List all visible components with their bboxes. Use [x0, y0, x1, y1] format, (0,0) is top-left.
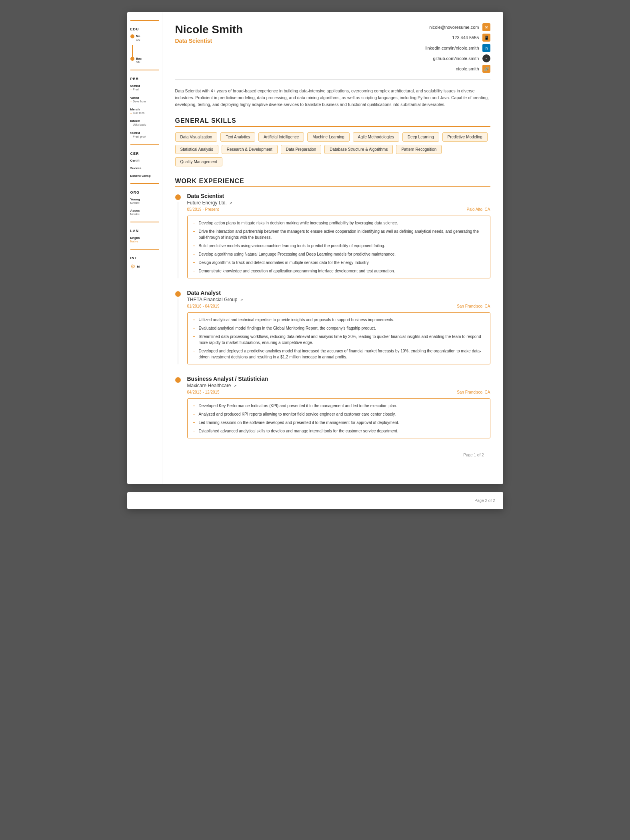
sidebar-edu-degree-1: Ma — [136, 34, 140, 38]
sidebar-per-item-4: Inform –Utiliz basic — [130, 119, 159, 127]
job-bullet: Develop action plans to mitigate risks i… — [193, 220, 484, 226]
skill-tag: Text Analytics — [220, 132, 255, 142]
job-entry-1: Data Scientist Future Energy Ltd. ↗ 05/2… — [175, 193, 490, 278]
skill-tag: Deep Learning — [402, 132, 439, 142]
skill-tag: Research & Development — [222, 145, 278, 154]
skill-tag: Artificial Intelligence — [258, 132, 304, 142]
skill-tag: Predictive Modeling — [442, 132, 488, 142]
job-title-3: Business Analyst / Statistician — [187, 376, 490, 382]
job-bullet: Design algorithms to track and detect an… — [193, 260, 484, 266]
job-bullet: Develop algorithms using Natural Languag… — [193, 251, 484, 257]
gear-icon: ⚙ — [130, 263, 136, 270]
job-dot-col-3 — [175, 376, 181, 438]
job-title-1: Data Scientist — [187, 193, 490, 199]
sidebar-edu-school-2: SAI — [136, 60, 142, 64]
sidebar-per-title: PER — [130, 77, 159, 81]
job-dates-1: 05/2019 - Present — [187, 207, 219, 212]
sidebar-per-item-2: Varist –Deve from — [130, 96, 159, 104]
linkedin-icon: in — [482, 44, 490, 52]
job-dot-2 — [175, 291, 181, 297]
skill-tag: Statistical Analysis — [175, 145, 218, 154]
job-meta-2: 01/2016 - 04/2019 San Francisco, CA — [187, 304, 490, 308]
sidebar-per-item-5: Statist –Predi provi — [130, 131, 159, 139]
header-left: Nicole Smith Data Scientist — [175, 23, 243, 44]
sidebar-edu-school-1: SAI — [136, 38, 140, 42]
job-timeline-line-2 — [178, 298, 178, 364]
main-content: Nicole Smith Data Scientist nicole@novor… — [162, 12, 503, 484]
job-content-3: Business Analyst / Statistician Maxicare… — [187, 376, 490, 438]
job-bullet: Streamlined data processing workflows, r… — [193, 334, 484, 346]
job-dot-col — [175, 193, 181, 278]
sidebar-cer-title: CER — [130, 152, 159, 156]
skill-tag: Machine Learning — [307, 132, 350, 142]
summary-text: Data Scientist with 4+ years of broad-ba… — [175, 88, 490, 108]
job-bullet: Established advanced analytical skills t… — [193, 428, 484, 434]
job-bullets-2: Utilized analytical and technical expert… — [187, 312, 490, 364]
page-number-1: Page 1 of 2 — [175, 450, 490, 460]
phone-text: 123 444 5555 — [452, 35, 479, 40]
skill-tag: Quality Management — [175, 157, 222, 166]
page-number-2: Page 2 of 2 — [474, 498, 495, 503]
job-content-1: Data Scientist Future Energy Ltd. ↗ 05/2… — [187, 193, 490, 278]
job-entry-3: Business Analyst / Statistician Maxicare… — [175, 376, 490, 438]
sidebar: EDU Ma SAI Bac SAI PER Statist –Predi Va… — [127, 12, 162, 484]
job-meta-3: 04/2013 - 12/2015 San Francisco, CA — [187, 390, 490, 394]
job-bullet: Demonstrate knowledge and execution of a… — [193, 268, 484, 274]
job-bullet: Developed Key Performance Indicators (KP… — [193, 403, 484, 409]
phone-icon: 📱 — [482, 34, 490, 42]
job-dot — [175, 194, 181, 200]
contact-info: nicole@novoresume.com ✉ 123 444 5555 📱 l… — [426, 23, 490, 73]
sidebar-org-title: ORG — [130, 190, 159, 194]
sidebar-edu-item-1: Ma SAI — [130, 34, 159, 42]
contact-website-row: nicole.smith 🔗 — [456, 65, 490, 73]
email-icon: ✉ — [482, 23, 490, 31]
job-bullet: Drive the interaction and partnership be… — [193, 228, 484, 240]
github-icon: ⚬ — [482, 54, 490, 62]
skills-container: Data Visualization Text Analytics Artifi… — [175, 132, 490, 166]
job-dot-3 — [175, 377, 181, 383]
contact-email-row: nicole@novoresume.com ✉ — [429, 23, 490, 31]
skill-tag: Database Structure & Algorithms — [324, 145, 393, 154]
job-dot-col-2 — [175, 290, 181, 364]
job-location-1: Palo Alto, CA — [467, 207, 490, 212]
job-location-3: San Francisco, CA — [457, 390, 490, 394]
job-entry-2: Data Analyst THETA Financial Group ↗ 01/… — [175, 290, 490, 364]
job-bullet: Evaluated analytical model findings in t… — [193, 325, 484, 331]
job-title-2: Data Analyst — [187, 290, 490, 296]
job-company-1: Future Energy Ltd. ↗ — [187, 200, 490, 206]
sidebar-interest-item: ⚙ M — [130, 263, 159, 270]
website-text: nicole.smith — [456, 66, 479, 71]
skill-tag: Data Visualization — [175, 132, 218, 142]
job-bullet: Analyzed and produced KPI reports allowi… — [193, 411, 484, 417]
sidebar-per-item-3: Merch –Built reco — [130, 108, 159, 115]
sidebar-edu-item-2: Bac SAI — [130, 57, 159, 64]
email-text: nicole@novoresume.com — [429, 25, 479, 30]
website-icon: 🔗 — [482, 65, 490, 73]
general-skills-title: GENERAL SKILLS — [175, 117, 490, 127]
work-experience-title: WORK EXPERIENCE — [175, 178, 490, 187]
job-bullet: Developed and deployed a predictive anal… — [193, 348, 484, 360]
sidebar-lan-title: LAN — [130, 229, 159, 233]
general-skills-section: GENERAL SKILLS Data Visualization Text A… — [175, 117, 490, 166]
job-dates-3: 04/2013 - 12/2015 — [187, 390, 220, 394]
skill-tag: Data Preparation — [281, 145, 322, 154]
sidebar-timeline-line — [132, 45, 133, 57]
external-link-icon-3: ↗ — [234, 384, 237, 388]
job-bullets-1: Develop action plans to mitigate risks i… — [187, 216, 490, 278]
github-text: github.com/nicole.smith — [433, 56, 479, 61]
job-company-2: THETA Financial Group ↗ — [187, 297, 490, 302]
contact-github-row: github.com/nicole.smith ⚬ — [433, 54, 490, 62]
external-link-icon-2: ↗ — [240, 298, 243, 302]
job-company-3: Maxicare Healthcare ↗ — [187, 383, 490, 388]
job-dates-2: 01/2016 - 04/2019 — [187, 304, 220, 308]
candidate-title: Data Scientist — [175, 38, 243, 44]
contact-phone-row: 123 444 5555 📱 — [452, 34, 490, 42]
resume-page-2: Page 2 of 2 — [127, 492, 503, 509]
job-bullets-3: Developed Key Performance Indicators (KP… — [187, 398, 490, 438]
job-bullet: Utilized analytical and technical expert… — [193, 317, 484, 323]
candidate-name: Nicole Smith — [175, 23, 243, 36]
sidebar-edu-degree-2: Bac — [136, 57, 142, 60]
contact-linkedin-row: linkedin.com/in/nicole.smith in — [426, 44, 490, 52]
job-meta-1: 05/2019 - Present Palo Alto, CA — [187, 207, 490, 212]
sidebar-per-item-1: Statist –Predi — [130, 84, 159, 92]
